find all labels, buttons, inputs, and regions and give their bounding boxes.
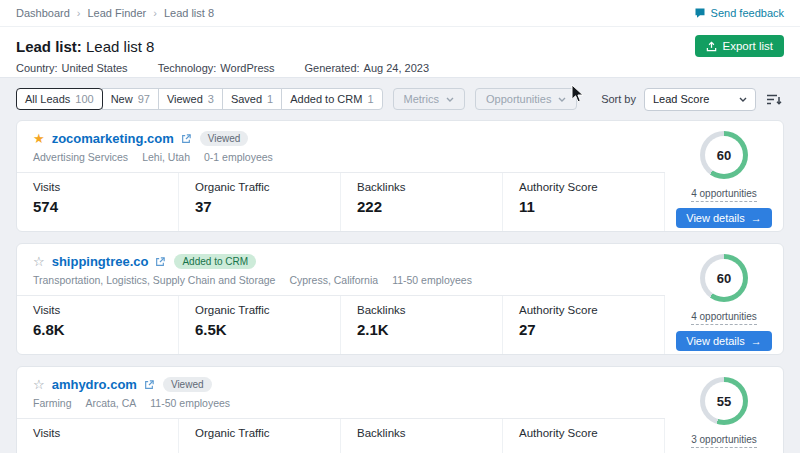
opportunities-dropdown-button[interactable]: Opportunities [475, 88, 577, 110]
sort-by-select[interactable]: Lead Score [644, 88, 756, 111]
opportunities-dropdown-label: Opportunities [486, 93, 551, 105]
lead-score-panel: 60 4 opportunities View details → [665, 121, 783, 231]
lead-metrics: Visits Organic Traffic Backlinks Authori… [17, 419, 665, 453]
metric-backlinks-label: Backlinks [357, 304, 502, 316]
view-details-label: View details [686, 212, 745, 224]
meta-technology: Technology: WordPress [158, 62, 275, 74]
breadcrumb-lead-finder[interactable]: Lead Finder [88, 7, 147, 19]
tab-new-count: 97 [138, 93, 150, 105]
status-badge: Viewed [163, 377, 212, 392]
metric-authority-score-label: Authority Score [519, 181, 664, 193]
lead-employees: 11-50 employees [392, 274, 472, 286]
lead-score-panel: 60 4 opportunities View details → [665, 244, 783, 354]
export-list-label: Export list [723, 40, 774, 52]
star-icon[interactable]: ☆ [33, 255, 45, 268]
metric-organic-traffic-value: 37 [195, 198, 340, 215]
lead-domain-link[interactable]: zocomarketing.com [52, 131, 174, 146]
opportunities-link[interactable]: 4 opportunities [691, 309, 757, 325]
metrics-dropdown-label: Metrics [404, 93, 439, 105]
star-icon[interactable]: ☆ [33, 378, 45, 391]
sort-by-label: Sort by [601, 93, 636, 105]
arrow-right-icon: → [751, 335, 762, 347]
metric-visits-label: Visits [33, 181, 178, 193]
lead-score-gauge: 60 [700, 254, 748, 302]
metric-authority-score-label: Authority Score [519, 427, 664, 439]
tab-added-to-crm-count: 1 [367, 93, 373, 105]
chevron-down-icon [446, 97, 454, 102]
export-list-button[interactable]: Export list [695, 35, 785, 57]
view-details-label: View details [686, 335, 745, 347]
metric-organic-traffic-label: Organic Traffic [195, 181, 340, 193]
external-link-icon[interactable] [155, 257, 165, 267]
breadcrumb-lead-list[interactable]: Lead list 8 [164, 7, 214, 19]
metric-authority-score: Authority Score 11 [503, 173, 665, 231]
metric-visits: Visits 6.8K [17, 296, 179, 354]
metric-backlinks-label: Backlinks [357, 181, 502, 193]
metric-backlinks: Backlinks 2.1K [341, 296, 503, 354]
tab-saved-label: Saved [231, 93, 262, 105]
lead-score-value: 60 [717, 271, 731, 286]
meta-country-label: Country: [16, 62, 58, 74]
tab-all-leads-count: 100 [75, 93, 93, 105]
metric-authority-score-value: 11 [519, 198, 664, 215]
meta-generated: Generated: Aug 24, 2023 [305, 62, 430, 74]
lead-card: ☆ shippingtree.co Added to CRM Transport… [16, 243, 784, 355]
metric-backlinks-value: 2.1K [357, 321, 502, 338]
lead-employees: 11-50 employees [150, 397, 230, 409]
tab-added-to-crm-label: Added to CRM [290, 93, 362, 105]
metric-visits-label: Visits [33, 304, 178, 316]
sort-direction-button[interactable] [764, 91, 784, 108]
metric-organic-traffic-label: Organic Traffic [195, 304, 340, 316]
meta-country-value: United States [62, 62, 128, 74]
lead-description: Farming Arcata, CA 11-50 employees [17, 392, 665, 419]
sort-controls: Sort by Lead Score [601, 88, 784, 111]
send-feedback-label: Send feedback [711, 7, 784, 19]
chevron-down-icon [739, 97, 747, 102]
lead-domain-link[interactable]: amhydro.com [52, 377, 137, 392]
tab-viewed[interactable]: Viewed 3 [158, 88, 223, 110]
tab-added-to-crm[interactable]: Added to CRM 1 [281, 88, 382, 110]
lead-metrics: Visits 574 Organic Traffic 37 Backlinks … [17, 173, 665, 231]
meta-technology-label: Technology: [158, 62, 217, 74]
lead-domain-link[interactable]: shippingtree.co [52, 254, 149, 269]
metric-organic-traffic-value: 6.5K [195, 321, 340, 338]
lead-industry: Advertising Services [33, 151, 128, 163]
lead-location: Lehi, Utah [142, 151, 190, 163]
metric-backlinks: Backlinks 222 [341, 173, 503, 231]
tab-all-leads[interactable]: All Leads 100 [16, 88, 103, 110]
metric-organic-traffic: Organic Traffic 6.5K [179, 296, 341, 354]
metric-organic-traffic: Organic Traffic 37 [179, 173, 341, 231]
metric-organic-traffic: Organic Traffic [179, 419, 341, 453]
page-header: Lead list: Lead list 8 Export list Count… [0, 27, 800, 78]
lead-location: Cypress, California [289, 274, 378, 286]
tab-new[interactable]: New 97 [102, 88, 159, 110]
external-link-icon[interactable] [144, 380, 154, 390]
view-details-button[interactable]: View details → [676, 331, 772, 351]
opportunities-link[interactable]: 3 opportunities [691, 432, 757, 448]
external-link-icon[interactable] [181, 134, 191, 144]
tab-viewed-count: 3 [208, 93, 214, 105]
chevron-right-icon: › [153, 7, 157, 19]
status-badge: Added to CRM [174, 254, 256, 269]
breadcrumb-dashboard[interactable]: Dashboard [16, 7, 70, 19]
send-feedback-link[interactable]: Send feedback [694, 7, 784, 19]
metric-authority-score: Authority Score 27 [503, 296, 665, 354]
opportunities-link[interactable]: 4 opportunities [691, 186, 757, 202]
breadcrumb: Dashboard › Lead Finder › Lead list 8 [16, 7, 214, 19]
metrics-dropdown-button[interactable]: Metrics [393, 88, 465, 110]
lead-description: Transportation, Logistics, Supply Chain … [17, 269, 665, 296]
metric-backlinks-value: 222 [357, 198, 502, 215]
tab-viewed-label: Viewed [167, 93, 203, 105]
view-details-button[interactable]: View details → [676, 208, 772, 228]
lead-metrics: Visits 6.8K Organic Traffic 6.5K Backlin… [17, 296, 665, 354]
star-icon[interactable]: ★ [33, 132, 45, 145]
list-meta: Country: United States Technology: WordP… [16, 62, 784, 74]
metric-visits-value: 574 [33, 198, 178, 215]
lead-list: ★ zocomarketing.com Viewed Advertising S… [0, 120, 800, 453]
metric-visits-label: Visits [33, 427, 178, 439]
lead-industry: Farming [33, 397, 72, 409]
lead-score-value: 55 [717, 394, 731, 409]
tab-all-leads-label: All Leads [25, 93, 70, 105]
tab-saved[interactable]: Saved 1 [222, 88, 282, 110]
lead-card: ★ zocomarketing.com Viewed Advertising S… [16, 120, 784, 232]
